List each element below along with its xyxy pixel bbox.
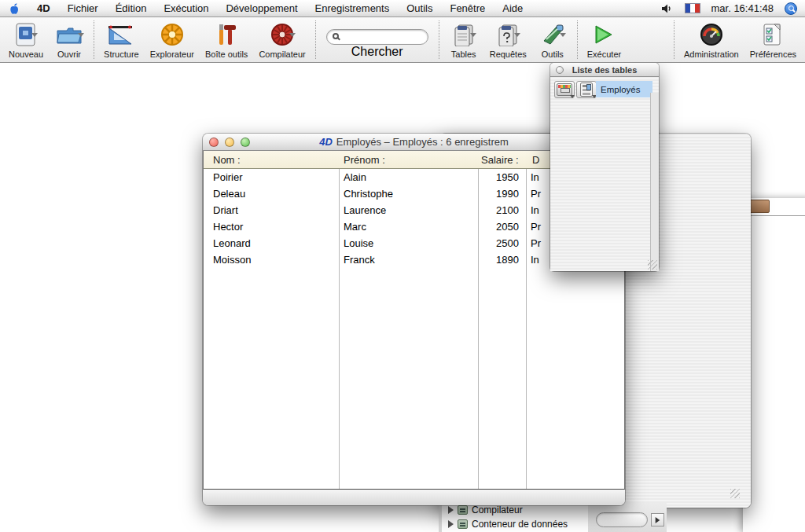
- menu-bar: 4DFichierÉditionExécutionDéveloppementEn…: [0, 0, 805, 17]
- package-icon: [749, 200, 770, 213]
- toolbar-button-label: Boîte outils: [205, 50, 248, 59]
- disclosure-triangle-icon[interactable]: [448, 520, 454, 528]
- component-icon: [458, 505, 468, 515]
- search-field[interactable]: [326, 29, 428, 45]
- spotlight-icon[interactable]: [785, 2, 797, 15]
- explorer-item-0[interactable]: Compilateur: [448, 504, 523, 515]
- menu-item-8[interactable]: Aide: [494, 0, 531, 17]
- background-window-right: [743, 198, 805, 532]
- chevron-down-icon: [560, 33, 566, 37]
- cell-nom: Leonard: [213, 237, 251, 249]
- toolbar-button-label: Administration: [684, 50, 739, 59]
- input-language-flag-icon[interactable]: [685, 3, 700, 13]
- cell-salaire: 1990: [478, 188, 519, 200]
- cell-dept: Pr: [531, 237, 541, 249]
- list-view-button[interactable]: [576, 81, 597, 98]
- close-button[interactable]: [209, 138, 219, 147]
- toolbar-button-toolbox[interactable]: Boîte outils: [200, 17, 253, 62]
- toolbar-button-structure[interactable]: Structure: [98, 17, 145, 62]
- cell-nom: Deleau: [213, 188, 245, 200]
- palette-item-employes[interactable]: Employés: [596, 81, 652, 97]
- cell-dept: Pr: [531, 188, 541, 200]
- cell-nom: Hector: [213, 221, 243, 233]
- horizontal-scroller[interactable]: [596, 512, 648, 527]
- volume-icon[interactable]: [661, 3, 674, 14]
- admin-icon: [700, 23, 723, 46]
- menu-item-6[interactable]: Outils: [398, 0, 441, 17]
- toolbar-button-compiler[interactable]: Compilateur: [253, 17, 311, 62]
- toolbar-button-open[interactable]: Ouvrir: [49, 17, 90, 62]
- column-divider[interactable]: [339, 169, 340, 489]
- chevron-down-icon: [78, 33, 84, 37]
- menu-item-2[interactable]: Édition: [107, 0, 156, 17]
- menu-item-1[interactable]: Fichier: [59, 0, 107, 17]
- palette-titlebar[interactable]: Liste des tables: [550, 63, 659, 77]
- cell-salaire: 1890: [478, 254, 519, 266]
- prefs-icon: [763, 23, 783, 46]
- column-divider[interactable]: [526, 169, 527, 489]
- resize-grip[interactable]: [648, 260, 657, 270]
- apple-menu[interactable]: [0, 0, 28, 17]
- explorer-list-strip: Compilateur Conteneur de données: [439, 501, 588, 532]
- menu-item-0[interactable]: 4D: [28, 0, 59, 17]
- form-view-button[interactable]: [554, 81, 575, 98]
- menu-clock[interactable]: mar. 16:41:48: [711, 2, 774, 14]
- column-header[interactable]: Prénom :: [344, 154, 385, 166]
- toolbar-separator: [674, 20, 675, 59]
- palette-scrollbar[interactable]: [650, 93, 659, 271]
- toolbox-icon: [215, 23, 237, 46]
- toolbar-button-label: Outils: [542, 50, 564, 59]
- menu-item-5[interactable]: Enregistrements: [307, 0, 399, 17]
- cell-prenom: Laurence: [344, 204, 386, 216]
- close-button[interactable]: [556, 66, 564, 74]
- toolbar-separator: [439, 20, 439, 59]
- cell-prenom: Marc: [344, 221, 366, 233]
- records-window-footer: [203, 490, 625, 505]
- toolbar-button-label: Nouveau: [9, 50, 43, 59]
- toolbar-button-queries[interactable]: Requêtes: [484, 17, 532, 62]
- toolbar-button-tools[interactable]: Outils: [532, 17, 573, 62]
- palette-item-label: Employés: [601, 85, 641, 94]
- scroll-right-button[interactable]: [651, 513, 664, 526]
- cell-prenom: Christophe: [344, 188, 393, 200]
- chevron-down-icon: [514, 33, 520, 37]
- disclosure-triangle-icon[interactable]: [448, 506, 454, 514]
- app-4d-icon: 4D: [319, 136, 333, 148]
- menu-item-4[interactable]: Développement: [217, 0, 306, 17]
- scroll-strip: [588, 503, 667, 532]
- column-divider[interactable]: [478, 169, 479, 489]
- chevron-down-icon: [289, 33, 296, 37]
- cell-salaire: 1950: [478, 171, 519, 183]
- structure-icon: [108, 24, 134, 46]
- column-header[interactable]: Nom :: [213, 154, 241, 166]
- menu-item-3[interactable]: Exécution: [155, 0, 217, 17]
- explorer-item-label: Compilateur: [472, 504, 523, 515]
- column-header[interactable]: Salaire :: [481, 154, 519, 166]
- cell-prenom: Franck: [344, 254, 375, 266]
- cell-salaire: 2100: [478, 204, 519, 216]
- toolbar-search[interactable]: Chercher: [320, 17, 435, 62]
- toolbar-button-explorer[interactable]: Explorateur: [145, 17, 200, 62]
- toolbar-button-prefs[interactable]: Préférences: [744, 17, 802, 62]
- toolbar-button-run[interactable]: Exécuter: [582, 17, 627, 62]
- toolbar-button-tables[interactable]: Tables: [443, 17, 484, 62]
- resize-grip[interactable]: [730, 489, 740, 498]
- window-controls: [209, 138, 250, 147]
- cell-dept: Pr: [531, 221, 541, 233]
- zoom-button[interactable]: [241, 138, 250, 147]
- list-icon: [580, 83, 593, 97]
- cell-nom: Driart: [213, 204, 238, 216]
- toolbar-button-new[interactable]: Nouveau: [3, 17, 49, 62]
- records-window-title: Employés – Employés : 6 enregistrem: [336, 136, 509, 148]
- menu-item-7[interactable]: Fenêtre: [441, 0, 494, 17]
- toolbar-button-label: Explorateur: [150, 50, 194, 59]
- column-header[interactable]: D: [532, 154, 539, 166]
- toolbar-button-label: Chercher: [351, 45, 403, 59]
- toolbar-button-admin[interactable]: Administration: [678, 17, 744, 62]
- toolbar-button-label: Tables: [451, 50, 476, 59]
- palette-title: Liste des tables: [572, 65, 638, 75]
- chevron-down-icon: [470, 33, 476, 37]
- form-window-icon: [557, 83, 572, 96]
- explorer-item-1[interactable]: Conteneur de données: [448, 519, 568, 530]
- minimize-button[interactable]: [225, 138, 234, 147]
